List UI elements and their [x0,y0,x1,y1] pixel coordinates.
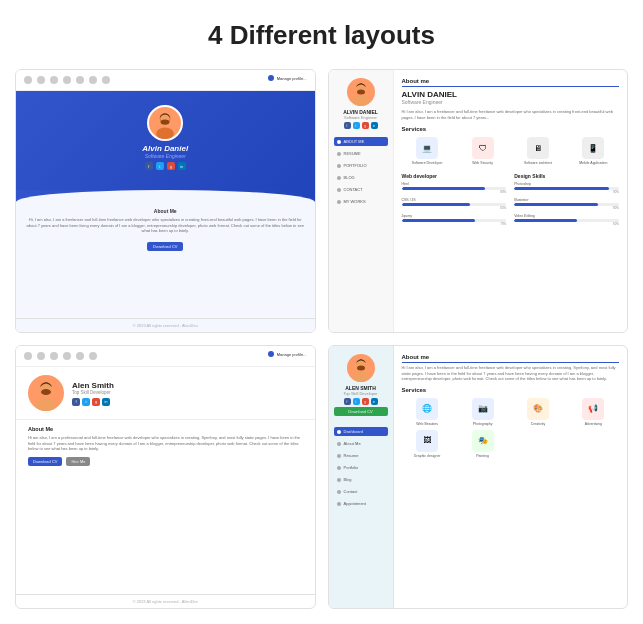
card4-about-text: Hi I am also, I am a freelancer and full… [402,365,620,382]
card1-logo: Manage profile... [267,74,307,82]
service-mobile-label: Mobile Application [568,161,619,165]
card-3-white-theme: Manage profile... Alen Smith Top Skill D… [15,345,316,609]
card1-facebook-icon[interactable]: f [145,162,153,170]
card2-nav-about[interactable]: ABOUT ME [334,137,388,146]
card4-nav-label-2: About Me [344,441,361,446]
card2-twitter-icon[interactable]: t [353,122,360,129]
card2-services-title: Services [402,126,620,132]
card4-nav-about[interactable]: About Me [334,439,388,448]
card2-nav-label-2: RESUME [344,151,361,156]
card1-gplus-icon[interactable]: g [167,162,175,170]
card4-nav-resume[interactable]: Resume [334,451,388,460]
card3-twitter-icon[interactable]: t [82,398,90,406]
card3-nav-dot-3 [50,352,58,360]
svg-point-6 [353,95,369,106]
card3-about-text: Hi am also, I am a professional and full… [28,435,303,452]
card4-web-icon: 🌐 [416,398,438,420]
nav-dot-1 [24,76,32,84]
skill-ai-pct: 80% [514,206,619,210]
card3-gplus-icon[interactable]: g [92,398,100,406]
card2-big-name: ALVIN DANIEL [402,90,620,99]
card2-web-skills-title: Web developer [402,173,507,179]
card3-nav-dot-2 [37,352,45,360]
card3-hire-btn[interactable]: Hire Me [66,457,90,466]
service-security: 🛡 Web Security [457,137,508,165]
card4-paint-icon: 🎭 [472,430,494,452]
card1-linkedin-icon[interactable]: in [178,162,186,170]
card4-gplus-icon[interactable]: g [362,398,369,405]
card1-nav-icons [24,76,110,84]
card1-header: Alvin Daniel Software Engineer f t g in [16,91,315,190]
card-2-sidebar-theme: ALVIN DANIEL Software Engineer f t g in … [328,69,629,333]
card2-nav-contact[interactable]: CONTACT [334,185,388,194]
card3-header: Alen Smith Top Skill Developer f t g in [16,367,315,420]
card4-graphic-icon: 🖼 [416,430,438,452]
card3-subtitle: Top Skill Developer [72,390,303,395]
svg-point-8 [268,351,274,357]
card4-nav-contact[interactable]: Contact [334,487,388,496]
card4-web-label: Web Beauties [402,422,453,426]
skill-ps-pct: 90% [514,190,619,194]
svg-point-2 [156,127,174,139]
skill-cssjs-label: CSS / JS [402,198,507,202]
skill-jquery: Jquery 70% [402,214,507,226]
card4-cv-btn[interactable]: Download CV [334,407,388,416]
card1-download-btn[interactable]: Download CV [147,242,183,251]
skill-video-pct: 60% [514,222,619,226]
layout-grid: Manage profile... Alvin Daniel [15,69,628,609]
card4-facebook-icon[interactable]: f [344,398,351,405]
skill-ps: Photoshop 90% [514,182,619,194]
card4-avatar [347,354,375,382]
service-mobile-icon: 📱 [582,137,604,159]
card2-nav-dot-3 [337,164,341,168]
svg-point-11 [41,389,51,395]
card4-nav-dot-1 [337,430,341,434]
card4-creative-icon: 🎨 [527,398,549,420]
card1-twitter-icon[interactable]: t [156,162,164,170]
card2-nav-blog[interactable]: BLOG [334,173,388,182]
card2-facebook-icon[interactable]: f [344,122,351,129]
service-dev-label: Software Developer [402,161,453,165]
card2-nav-portfolio[interactable]: PORTFOLIO [334,161,388,170]
skill-cssjs: CSS / JS 65% [402,198,507,210]
card1-title-text: Software Engineer [28,153,303,159]
card2-services-grid: 💻 Software Developer 🛡 Web Security 🖥 So… [402,137,620,165]
card2-nav-label-3: PORTFOLIO [344,163,367,168]
card4-nav-appointment[interactable]: Appointment [334,499,388,508]
card3-nav-icons [24,352,97,360]
card4-main: About me Hi I am also, I am a freelancer… [394,346,628,608]
card4-nav-dot-3 [337,454,341,458]
card1-name: Alvin Daniel [28,144,303,153]
card4-twitter-icon[interactable]: t [353,398,360,405]
service-architect-icon: 🖥 [527,137,549,159]
card3-name: Alen Smith [72,381,303,390]
card4-nav-label-1: Dashboard [344,429,364,434]
card4-nav-blog[interactable]: Blog [334,475,388,484]
svg-point-4 [161,119,170,124]
skill-ps-label: Photoshop [514,182,619,186]
service-security-label: Web Security [457,161,508,165]
card3-facebook-icon[interactable]: f [72,398,80,406]
card2-sidebar: ALVIN DANIEL Software Engineer f t g in … [329,70,394,332]
card4-nav-dashboard[interactable]: Dashboard [334,427,388,436]
card4-nav-portfolio[interactable]: Portfolio [334,463,388,472]
card2-profile-area: ALVIN DANIEL Software Engineer f t g in [334,78,388,129]
card3-info: Alen Smith Top Skill Developer f t g in [72,381,303,406]
card3-btn-row: Download CV Hire Me [28,457,303,466]
svg-point-0 [268,75,274,81]
card1-wave [16,190,315,202]
nav-dot-7 [102,76,110,84]
card3-linkedin-icon[interactable]: in [102,398,110,406]
card2-nav-works[interactable]: MY WORKS [334,197,388,206]
card2-nav-resume[interactable]: RESUME [334,149,388,158]
card3-download-btn[interactable]: Download CV [28,457,62,466]
skill-html-pct: 80% [402,190,507,194]
card2-main: About me ALVIN DANIEL Software Engineer … [394,70,628,332]
skill-ai: Illustrator 80% [514,198,619,210]
card2-linkedin-icon[interactable]: in [371,122,378,129]
card2-gplus-icon[interactable]: g [362,122,369,129]
card1-about-title: About Me [26,208,305,214]
card3-logo: Manage profile... [267,350,307,358]
skill-html-label: Html [402,182,507,186]
card4-linkedin-icon[interactable]: in [371,398,378,405]
